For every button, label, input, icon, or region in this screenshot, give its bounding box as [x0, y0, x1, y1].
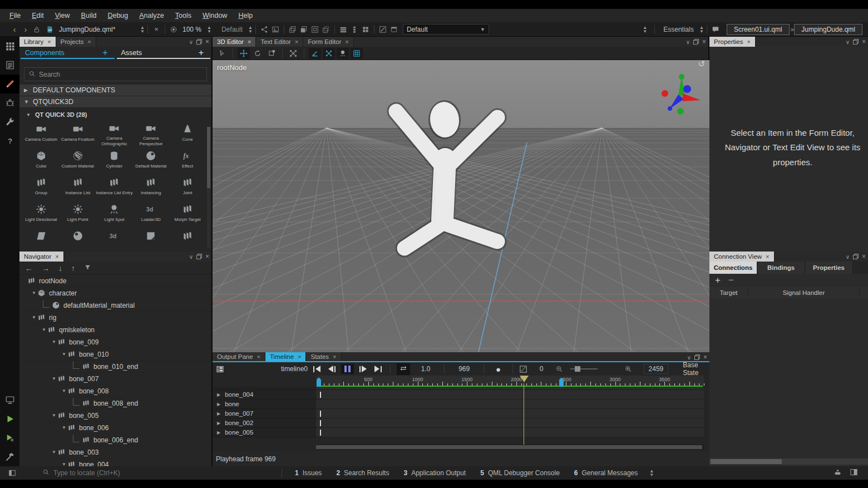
zoom-slider-thumb[interactable] — [575, 366, 580, 372]
listrows-tool[interactable] — [338, 24, 349, 34]
tree-item-rootNode[interactable]: rootNode — [19, 275, 211, 287]
easing-curve-button[interactable] — [519, 364, 527, 374]
tree-item-defaultMaterial_material[interactable]: defaultMaterial_material — [19, 299, 211, 312]
projects-mode-button[interactable] — [0, 112, 19, 131]
expander-icon[interactable]: ▼ — [52, 413, 57, 418]
expander-icon[interactable]: ▶ — [217, 430, 220, 435]
component-camera-frustum[interactable]: Camera Frustum — [60, 122, 96, 147]
close-tab-icon[interactable]: × — [766, 253, 769, 260]
style-selector[interactable]: Default — [221, 26, 243, 33]
move-tool[interactable] — [238, 48, 250, 59]
zoom-target-icon[interactable] — [168, 24, 179, 34]
expander-icon[interactable]: ▶ — [217, 402, 220, 407]
float-panel-icon[interactable] — [196, 39, 202, 45]
expander-icon[interactable]: ▶ — [217, 421, 220, 426]
component-joint[interactable]: Joint — [169, 176, 206, 200]
remove-connection-button[interactable]: − — [728, 275, 734, 286]
track-label[interactable]: ▶bone — [213, 400, 316, 409]
playhead-line[interactable] — [524, 383, 524, 445]
close-tab-icon[interactable]: × — [747, 38, 750, 45]
right-sidebar-toggle-icon[interactable] — [850, 468, 858, 478]
component-cylinder[interactable]: Cylinder — [96, 149, 133, 174]
component-light-directional[interactable]: Light Directional — [23, 203, 60, 227]
tree-item-bone_006[interactable]: ▼bone_006 — [19, 422, 211, 434]
component-camera-perspective[interactable]: Camera Perspective — [132, 122, 169, 147]
run-button[interactable] — [0, 410, 19, 428]
axis-gizmo[interactable] — [658, 72, 702, 116]
library-scrollbar[interactable] — [207, 127, 210, 248]
range-start-marker[interactable] — [317, 378, 321, 387]
close-tab-icon[interactable]: × — [55, 253, 58, 260]
search-input[interactable] — [39, 71, 203, 78]
menu-debug[interactable]: Debug — [102, 10, 133, 21]
collapse-panel-icon[interactable]: ∨ — [686, 39, 690, 45]
component-unnamed[interactable] — [60, 229, 96, 252]
menu-edit[interactable]: Edit — [27, 10, 49, 21]
tab-navigator[interactable]: Navigator× — [19, 252, 64, 262]
zoom-arrows[interactable]: ▲▼ — [207, 26, 211, 33]
build-button[interactable] — [0, 447, 19, 466]
component-camera-custom[interactable]: Camera Custom — [23, 122, 60, 147]
output-button-general-messages[interactable]: 6General Messages — [567, 469, 645, 477]
tree-item-character[interactable]: ▼character — [19, 287, 211, 299]
float-panel-icon[interactable] — [853, 39, 859, 45]
rotate-tool[interactable] — [251, 48, 264, 59]
expander-icon[interactable]: ▼ — [32, 290, 37, 295]
locator[interactable] — [42, 469, 276, 477]
tab-timeline[interactable]: Timeline× — [265, 352, 306, 361]
close-panel-icon[interactable]: × — [205, 253, 209, 260]
nav-back-icon[interactable]: ← — [25, 264, 33, 273]
debug-mode-button[interactable] — [0, 93, 19, 112]
component-group[interactable]: Group — [23, 176, 60, 200]
close-panel-icon[interactable]: × — [702, 38, 706, 46]
close-tab-icon[interactable]: × — [257, 353, 260, 360]
tab-form-editor[interactable]: Form Editor× — [303, 37, 354, 47]
component-instance-list-entry[interactable]: Instance List Entry — [96, 176, 133, 200]
previous-keyframe-button[interactable] — [326, 364, 338, 373]
keyframe-marker[interactable] — [320, 392, 321, 398]
tree-item-bone_006_end[interactable]: bone_006_end — [19, 434, 211, 446]
tree-item-bone_009[interactable]: ▼bone_009 — [19, 336, 211, 348]
collapse-panel-icon[interactable]: ∨ — [846, 254, 850, 260]
back-icon[interactable]: ‹ — [9, 24, 20, 34]
edit-mode-button[interactable] — [0, 56, 19, 75]
zoom-slider[interactable] — [570, 368, 598, 369]
expander-icon[interactable]: ▼ — [62, 388, 67, 393]
expander-icon[interactable]: ▼ — [32, 315, 37, 320]
track-lane[interactable] — [316, 428, 704, 437]
welcome-mode-button[interactable] — [0, 37, 19, 56]
menu-analyze[interactable]: Analyze — [134, 10, 169, 21]
tab-bindings[interactable]: Bindings — [757, 262, 805, 274]
track-label[interactable]: ▶bone_007 — [213, 409, 316, 418]
zoom-value[interactable]: 100 % — [183, 26, 201, 33]
forward-icon[interactable]: › — [20, 24, 31, 34]
design-mode-button[interactable] — [0, 75, 19, 93]
3d-viewport[interactable]: rootNode ↺ — [213, 60, 709, 352]
tree-item-qmlskeleton[interactable]: ▼qmlskeleton — [19, 324, 211, 336]
track-lane[interactable] — [316, 390, 704, 400]
menu-file[interactable]: File — [4, 10, 26, 21]
gridsmall-tool[interactable] — [360, 24, 371, 34]
component-instancing[interactable]: Instancing — [132, 176, 169, 200]
copyfill-tool[interactable] — [298, 24, 309, 34]
select-tool[interactable] — [216, 48, 228, 59]
track-label[interactable]: ▶bone_004 — [213, 390, 316, 400]
track-lane[interactable] — [316, 409, 704, 418]
component-unnamed[interactable] — [169, 229, 206, 252]
tree-item-bone_008_end[interactable]: bone_008_end — [19, 397, 211, 410]
expander-icon[interactable]: ▶ — [217, 411, 220, 416]
tab-connection-view[interactable]: Connection View× — [709, 252, 775, 262]
component-effect[interactable]: fxEffect — [169, 149, 206, 174]
end-frame-field[interactable]: 2459 — [644, 364, 669, 374]
image-tool[interactable] — [270, 24, 281, 34]
close-tab-icon[interactable]: × — [345, 38, 348, 45]
lock-icon[interactable] — [31, 24, 42, 34]
pause-button[interactable] — [341, 364, 354, 374]
close-document-icon[interactable]: × — [151, 24, 162, 34]
close-tab-icon[interactable]: × — [333, 353, 336, 360]
record-button[interactable]: ● — [496, 364, 501, 374]
playback-rate-value[interactable]: 1.0 — [421, 365, 431, 373]
track-label[interactable]: ▶bone_002 — [213, 418, 316, 428]
tab-library[interactable]: Library× — [19, 37, 56, 47]
tab-components[interactable]: Components+ — [19, 48, 116, 58]
